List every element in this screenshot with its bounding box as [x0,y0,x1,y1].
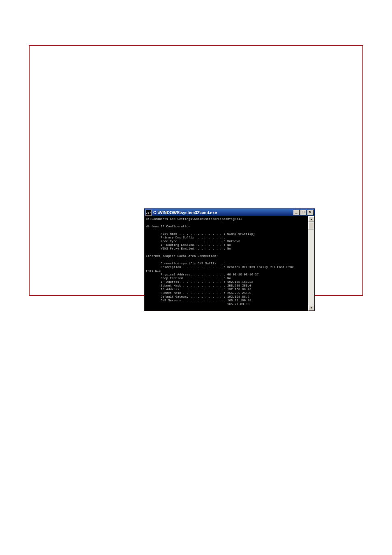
close-button[interactable]: × [307,210,314,215]
page: C:\ C:\WINDOWS\system32\cmd.exe _ □ × C:… [0,0,392,555]
console-body: C:\Documents and Settings\Administrator>… [145,216,314,311]
window-buttons: _ □ × [293,210,314,215]
slide-frame: C:\ C:\WINDOWS\system32\cmd.exe _ □ × C:… [29,45,363,296]
title-bar[interactable]: C:\ C:\WINDOWS\system32\cmd.exe _ □ × [145,209,314,216]
minimize-button[interactable]: _ [293,210,300,215]
scroll-up-icon[interactable]: ▲ [308,216,314,222]
scroll-track[interactable] [308,222,314,305]
window-title: C:\WINDOWS\system32\cmd.exe [153,210,293,215]
vertical-scrollbar[interactable]: ▲ ▼ [308,216,314,311]
system-menu-icon[interactable]: C:\ [145,210,152,216]
scroll-down-icon[interactable]: ▼ [308,305,314,311]
scroll-thumb[interactable] [308,222,314,229]
cmd-window: C:\ C:\WINDOWS\system32\cmd.exe _ □ × C:… [145,209,314,311]
maximize-button[interactable]: □ [300,210,307,215]
console-output[interactable]: C:\Documents and Settings\Administrator>… [145,216,308,311]
